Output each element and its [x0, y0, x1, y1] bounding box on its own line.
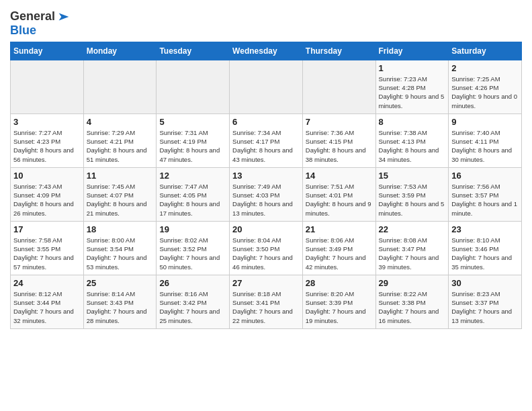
- day-number: 21: [306, 224, 373, 234]
- cell-sunrise: Sunrise: 7:40 AMSunset: 4:11 PMDaylight:…: [451, 129, 512, 163]
- cell-sunrise: Sunrise: 8:02 AMSunset: 3:52 PMDaylight:…: [159, 236, 220, 271]
- calendar-cell: 28Sunrise: 8:20 AMSunset: 3:39 PMDayligh…: [302, 275, 375, 328]
- day-number: 17: [13, 224, 81, 234]
- logo-icon: [56, 9, 71, 24]
- day-number: 16: [451, 171, 519, 181]
- cell-sunrise: Sunrise: 8:23 AMSunset: 3:37 PMDaylight:…: [451, 290, 512, 324]
- day-number: 23: [451, 224, 519, 234]
- calendar-cell: 12Sunrise: 7:47 AMSunset: 4:05 PMDayligh…: [157, 167, 230, 221]
- day-number: 11: [87, 171, 154, 181]
- day-number: 5: [159, 117, 226, 127]
- day-number: 3: [13, 117, 81, 127]
- day-number: 13: [232, 171, 300, 181]
- calendar-cell: [157, 60, 230, 113]
- calendar-cell: 21Sunrise: 8:06 AMSunset: 3:49 PMDayligh…: [302, 221, 375, 275]
- calendar-cell: 1Sunrise: 7:23 AMSunset: 4:28 PMDaylight…: [375, 60, 449, 113]
- cell-sunrise: Sunrise: 8:06 AMSunset: 3:49 PMDaylight:…: [306, 236, 366, 271]
- cell-sunrise: Sunrise: 8:16 AMSunset: 3:42 PMDaylight:…: [159, 290, 220, 324]
- cell-sunrise: Sunrise: 7:34 AMSunset: 4:17 PMDaylight:…: [232, 129, 293, 163]
- cell-sunrise: Sunrise: 8:08 AMSunset: 3:47 PMDaylight:…: [379, 236, 439, 271]
- day-number: 6: [232, 117, 300, 127]
- calendar-week-row: 3Sunrise: 7:27 AMSunset: 4:23 PMDaylight…: [11, 113, 522, 167]
- cell-sunrise: Sunrise: 7:49 AMSunset: 4:03 PMDaylight:…: [232, 183, 293, 217]
- day-number: 20: [232, 224, 300, 234]
- calendar-cell: 16Sunrise: 7:56 AMSunset: 3:57 PMDayligh…: [449, 167, 522, 221]
- cell-sunrise: Sunrise: 7:47 AMSunset: 4:05 PMDaylight:…: [159, 183, 220, 217]
- day-number: 28: [306, 278, 373, 288]
- header-monday: Monday: [83, 42, 157, 60]
- calendar-cell: 22Sunrise: 8:08 AMSunset: 3:47 PMDayligh…: [375, 221, 449, 275]
- logo-general: General: [10, 10, 55, 24]
- day-number: 4: [87, 117, 154, 127]
- calendar-header-row: SundayMondayTuesdayWednesdayThursdayFrid…: [11, 42, 522, 60]
- logo-blue: Blue: [10, 24, 36, 37]
- calendar-cell: 9Sunrise: 7:40 AMSunset: 4:11 PMDaylight…: [449, 113, 522, 167]
- calendar-cell: 25Sunrise: 8:14 AMSunset: 3:43 PMDayligh…: [83, 275, 157, 328]
- day-number: 2: [451, 63, 519, 73]
- cell-sunrise: Sunrise: 7:31 AMSunset: 4:19 PMDaylight:…: [159, 129, 220, 163]
- calendar-cell: 18Sunrise: 8:00 AMSunset: 3:54 PMDayligh…: [83, 221, 157, 275]
- cell-sunrise: Sunrise: 8:12 AMSunset: 3:44 PMDaylight:…: [13, 290, 74, 324]
- cell-sunrise: Sunrise: 7:51 AMSunset: 4:01 PMDaylight:…: [306, 183, 371, 217]
- cell-sunrise: Sunrise: 7:56 AMSunset: 3:57 PMDaylight:…: [451, 183, 517, 217]
- day-number: 9: [451, 117, 519, 127]
- day-number: 24: [13, 278, 81, 288]
- header-friday: Friday: [375, 42, 449, 60]
- calendar-cell: 19Sunrise: 8:02 AMSunset: 3:52 PMDayligh…: [157, 221, 230, 275]
- cell-sunrise: Sunrise: 8:14 AMSunset: 3:43 PMDaylight:…: [87, 290, 147, 324]
- cell-sunrise: Sunrise: 7:25 AMSunset: 4:26 PMDaylight:…: [451, 75, 517, 109]
- day-number: 12: [159, 171, 226, 181]
- calendar-cell: 15Sunrise: 7:53 AMSunset: 3:59 PMDayligh…: [375, 167, 449, 221]
- day-number: 15: [379, 171, 446, 181]
- calendar-cell: 20Sunrise: 8:04 AMSunset: 3:50 PMDayligh…: [230, 221, 303, 275]
- cell-sunrise: Sunrise: 7:27 AMSunset: 4:23 PMDaylight:…: [13, 129, 74, 163]
- header: General Blue: [10, 7, 522, 38]
- cell-sunrise: Sunrise: 7:38 AMSunset: 4:13 PMDaylight:…: [379, 129, 439, 163]
- day-number: 25: [87, 278, 154, 288]
- calendar-cell: 14Sunrise: 7:51 AMSunset: 4:01 PMDayligh…: [302, 167, 375, 221]
- calendar-cell: [302, 60, 375, 113]
- day-number: 8: [379, 117, 446, 127]
- header-wednesday: Wednesday: [230, 42, 303, 60]
- day-number: 27: [232, 278, 300, 288]
- calendar-cell: 10Sunrise: 7:43 AMSunset: 4:09 PMDayligh…: [11, 167, 84, 221]
- calendar-cell: 17Sunrise: 7:58 AMSunset: 3:55 PMDayligh…: [11, 221, 84, 275]
- day-number: 19: [159, 224, 226, 234]
- calendar-week-row: 1Sunrise: 7:23 AMSunset: 4:28 PMDaylight…: [11, 60, 522, 113]
- calendar-cell: 2Sunrise: 7:25 AMSunset: 4:26 PMDaylight…: [449, 60, 522, 113]
- cell-sunrise: Sunrise: 8:04 AMSunset: 3:50 PMDaylight:…: [232, 236, 293, 271]
- calendar-cell: 4Sunrise: 7:29 AMSunset: 4:21 PMDaylight…: [83, 113, 157, 167]
- cell-sunrise: Sunrise: 7:58 AMSunset: 3:55 PMDaylight:…: [13, 236, 74, 271]
- cell-sunrise: Sunrise: 7:53 AMSunset: 3:59 PMDaylight:…: [379, 183, 445, 217]
- logo: General Blue: [10, 9, 71, 38]
- day-number: 30: [451, 278, 519, 288]
- day-number: 29: [379, 278, 446, 288]
- cell-sunrise: Sunrise: 7:43 AMSunset: 4:09 PMDaylight:…: [13, 183, 74, 217]
- calendar-cell: 26Sunrise: 8:16 AMSunset: 3:42 PMDayligh…: [157, 275, 230, 328]
- day-number: 26: [159, 278, 226, 288]
- calendar-cell: 5Sunrise: 7:31 AMSunset: 4:19 PMDaylight…: [157, 113, 230, 167]
- header-saturday: Saturday: [449, 42, 522, 60]
- header-sunday: Sunday: [11, 42, 84, 60]
- day-number: 18: [87, 224, 154, 234]
- calendar-cell: 13Sunrise: 7:49 AMSunset: 4:03 PMDayligh…: [230, 167, 303, 221]
- calendar-week-row: 17Sunrise: 7:58 AMSunset: 3:55 PMDayligh…: [11, 221, 522, 275]
- cell-sunrise: Sunrise: 8:18 AMSunset: 3:41 PMDaylight:…: [232, 290, 293, 324]
- calendar-cell: 29Sunrise: 8:22 AMSunset: 3:38 PMDayligh…: [375, 275, 449, 328]
- cell-sunrise: Sunrise: 8:10 AMSunset: 3:46 PMDaylight:…: [451, 236, 512, 271]
- day-number: 7: [306, 117, 373, 127]
- cell-sunrise: Sunrise: 7:29 AMSunset: 4:21 PMDaylight:…: [87, 129, 147, 163]
- calendar-table: SundayMondayTuesdayWednesdayThursdayFrid…: [10, 42, 522, 329]
- calendar-cell: 11Sunrise: 7:45 AMSunset: 4:07 PMDayligh…: [83, 167, 157, 221]
- calendar-cell: 23Sunrise: 8:10 AMSunset: 3:46 PMDayligh…: [449, 221, 522, 275]
- calendar-cell: 7Sunrise: 7:36 AMSunset: 4:15 PMDaylight…: [302, 113, 375, 167]
- calendar-cell: 27Sunrise: 8:18 AMSunset: 3:41 PMDayligh…: [230, 275, 303, 328]
- header-tuesday: Tuesday: [157, 42, 230, 60]
- cell-sunrise: Sunrise: 8:00 AMSunset: 3:54 PMDaylight:…: [87, 236, 147, 271]
- calendar-cell: 3Sunrise: 7:27 AMSunset: 4:23 PMDaylight…: [11, 113, 84, 167]
- calendar-cell: [230, 60, 303, 113]
- cell-sunrise: Sunrise: 8:22 AMSunset: 3:38 PMDaylight:…: [379, 290, 439, 324]
- calendar-cell: 6Sunrise: 7:34 AMSunset: 4:17 PMDaylight…: [230, 113, 303, 167]
- day-number: 1: [379, 63, 446, 73]
- cell-sunrise: Sunrise: 7:45 AMSunset: 4:07 PMDaylight:…: [87, 183, 147, 217]
